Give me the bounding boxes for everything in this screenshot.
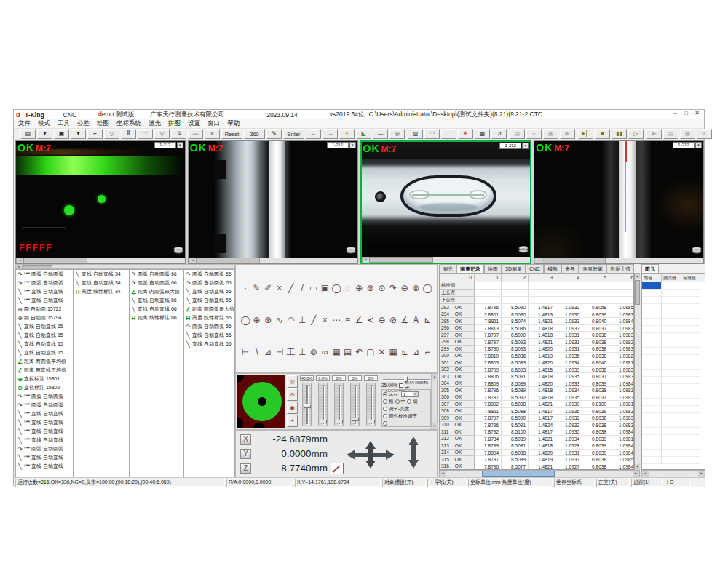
element-cell[interactable] <box>681 326 700 333</box>
grid-cell[interactable]: 1.4818 <box>529 442 555 450</box>
menu-item-7[interactable]: 拼图 <box>168 119 181 128</box>
grid-cell[interactable]: 0.8039 <box>582 311 609 319</box>
grid-cell[interactable]: 8.5092 <box>502 394 529 402</box>
scroll-thumb[interactable] <box>196 258 260 263</box>
toolbar-stage-updown-icon[interactable]: ⇅ <box>171 129 186 139</box>
chevron-down-icon[interactable]: ▾ <box>177 142 183 148</box>
element-cell[interactable] <box>681 428 700 435</box>
radio-button[interactable] <box>407 399 411 404</box>
grid-row-label[interactable]: 315OK <box>440 456 475 463</box>
grid-cell[interactable] <box>502 290 529 297</box>
list-item[interactable]: ∠距离 内圆弧最大值 <box>130 287 183 296</box>
grid-cell[interactable]: 1.4818 <box>529 325 555 332</box>
minimize-button[interactable]: – <box>670 110 681 116</box>
tab-2[interactable]: 绘图 <box>484 264 502 273</box>
grid-cell[interactable]: 1.0931 <box>555 346 582 353</box>
grid-cell[interactable]: 7.8803 <box>475 359 502 367</box>
tool-icon-1-6[interactable]: ╱ <box>309 315 319 325</box>
toolbar-light-bulb-icon[interactable]: ☀ <box>339 129 355 139</box>
grid-cell[interactable]: 0.8037 <box>582 373 609 380</box>
grid-cell[interactable] <box>555 290 582 297</box>
grid-cell[interactable]: 8.5093 <box>502 339 529 346</box>
tool-icon-0-13[interactable]: ↷ <box>388 283 398 293</box>
slider-track[interactable] <box>302 383 312 426</box>
grid-row-label[interactable]: 297OK <box>440 332 475 339</box>
scroll-thumb[interactable] <box>369 257 433 263</box>
tab-element[interactable]: 图元 <box>641 264 659 273</box>
tab-0[interactable]: 测光 <box>439 264 456 273</box>
grid-cell[interactable]: 0.8038 <box>582 463 609 471</box>
element-cell[interactable] <box>681 384 700 391</box>
grid-cell[interactable]: 8.5089 <box>502 456 529 463</box>
camera-hscrollbar[interactable] <box>534 258 703 263</box>
grid-cell[interactable]: 7.8806 <box>475 373 502 380</box>
grid-row-label[interactable]: 302OK <box>440 367 475 374</box>
element-cell[interactable] <box>662 384 681 391</box>
default-mode-checkbox[interactable] <box>399 383 403 388</box>
grid-cell[interactable]: 1.4818 <box>529 373 555 380</box>
list-item[interactable]: ╲直线 自动直线 66 <box>130 305 183 314</box>
status-segment-6[interactable]: 世界坐标系 <box>554 479 595 487</box>
grid-cell[interactable] <box>582 290 609 297</box>
grid-cell[interactable]: 1.0935 <box>555 408 582 415</box>
scroll-thumb[interactable] <box>542 258 606 263</box>
grid-row-label[interactable]: 301OK <box>440 359 475 367</box>
slider-track[interactable] <box>334 383 344 426</box>
tab-3[interactable]: 3D测量 <box>502 264 526 273</box>
toolbar-run-to-end-icon[interactable]: ►▏ <box>578 129 593 139</box>
grid-cell[interactable]: 1.0984 <box>609 450 634 457</box>
grid-cell[interactable]: 0.8038 <box>582 422 609 429</box>
grid-cell[interactable]: 1.0983 <box>609 367 634 374</box>
tool-icon-1-10[interactable]: ∠ <box>354 315 364 325</box>
element-cell[interactable] <box>642 384 662 391</box>
grid-cell[interactable]: 7.8802 <box>475 401 502 408</box>
element-cell[interactable] <box>642 311 662 319</box>
element-cell[interactable] <box>681 319 700 326</box>
tool-icon-0-8[interactable]: ◯ <box>331 283 341 293</box>
grid-cell[interactable]: 1.4817 <box>529 415 555 422</box>
list-item[interactable]: ↷*** 圆弧 自动圆弧 <box>16 445 73 453</box>
grid-cell[interactable] <box>609 290 634 297</box>
grid-cell[interactable]: 0.8038 <box>582 367 609 374</box>
tab-5[interactable]: 模板 <box>544 264 561 273</box>
list-item[interactable]: ╲直线 自动直线 55 <box>184 340 234 348</box>
element-cell[interactable] <box>662 435 681 442</box>
grid-cell[interactable]: 1.4821 <box>529 318 555 325</box>
grid-cell[interactable]: 1.4820 <box>529 380 555 388</box>
grid-cell[interactable]: 1.4815 <box>529 367 555 374</box>
chevron-down-icon[interactable]: ▾ <box>522 143 529 149</box>
status-segment-4[interactable]: 十字线(关) <box>427 479 467 487</box>
toolbar-magnifier-icon[interactable]: ◎ <box>389 129 405 139</box>
grid-cell[interactable]: 1.0983 <box>609 415 634 422</box>
element-cell[interactable] <box>662 377 681 384</box>
grid-row-label[interactable]: 306OK <box>440 394 475 402</box>
tab-6[interactable]: 夹具 <box>561 264 579 273</box>
element-cell[interactable] <box>681 311 700 319</box>
grid-row-label[interactable]: 下公差 <box>440 297 475 304</box>
grid-cell[interactable]: 1.0935 <box>555 394 582 402</box>
grid-cell[interactable]: 8.5083 <box>502 359 529 367</box>
grid-cell[interactable]: 1.0927 <box>555 463 582 471</box>
element-hscrollbar[interactable] <box>641 470 705 477</box>
toolbar-rotate-360-button[interactable]: 360 <box>244 129 265 139</box>
slider-thumb[interactable] <box>352 418 359 421</box>
grid-cell[interactable]: 7.8811 <box>475 408 502 415</box>
grid-cell[interactable]: 0.8100 <box>582 401 609 408</box>
element-cell[interactable] <box>681 348 700 355</box>
tool-icon-1-14[interactable]: ∡ <box>400 315 410 325</box>
tool-icon-0-16[interactable]: ◯ <box>422 283 432 293</box>
list-item[interactable]: ╲*** 直线 自动直线 <box>16 436 73 445</box>
grid-cell[interactable] <box>609 297 634 304</box>
element-cell[interactable] <box>642 326 662 333</box>
tool-icon-0-3[interactable]: × <box>274 283 285 293</box>
grid-cell[interactable]: 1.0984 <box>609 463 634 471</box>
grid-row-label[interactable]: 314OK <box>440 450 475 457</box>
list-item[interactable]: ╲*** 直线 自动直线 <box>16 453 73 462</box>
toolbar-enter-button[interactable]: Enter <box>283 129 304 139</box>
diagonal-measure-button[interactable] <box>331 463 344 474</box>
grid-cell[interactable]: 8.5088 <box>502 401 529 408</box>
status-segment-7[interactable]: 正交(关) <box>596 479 630 487</box>
list-item[interactable]: ╲直线 自动直线 15 <box>16 340 73 348</box>
ring-light-button-1[interactable]: ⊙ <box>287 388 298 401</box>
grid-cell[interactable]: 8.5090 <box>502 415 529 422</box>
